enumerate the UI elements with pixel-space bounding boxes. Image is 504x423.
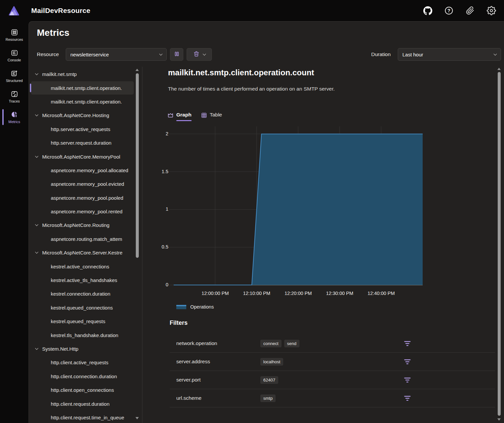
tree-metric-row[interactable]: http.client.request.duration bbox=[29, 397, 142, 410]
tree-metric-row[interactable]: kestrel.queued_requests bbox=[29, 315, 142, 328]
y-axis-tick-label: 1.5 bbox=[162, 169, 168, 174]
header-icons: ? bbox=[423, 6, 504, 15]
tree-metric-row[interactable]: http.client.open_connections bbox=[29, 383, 142, 397]
filter-row: url.schemesmtp bbox=[170, 389, 495, 407]
tree-group-row[interactable]: Microsoft.AspNetCore.Routing bbox=[29, 218, 142, 232]
panel-splitter[interactable] bbox=[142, 67, 143, 423]
tree-group-row[interactable]: System.Net.Http bbox=[29, 342, 142, 356]
tree-metric-row[interactable]: aspnetcore.memory_pool.pooled bbox=[29, 191, 142, 205]
aspire-logo[interactable] bbox=[8, 6, 20, 16]
chevron-down-icon bbox=[494, 52, 497, 55]
tree-scroll-up-arrow[interactable] bbox=[135, 69, 139, 71]
metric-area-chart[interactable]: 00.511.52 12:00:00 PM12:10:00 PM12:20:00… bbox=[174, 126, 423, 285]
main-scroll-up-arrow[interactable] bbox=[497, 68, 501, 70]
legend-label: Operations bbox=[190, 304, 214, 310]
tree-metric-row[interactable]: kestrel.tls_handshake.duration bbox=[29, 328, 142, 342]
chart-legend-item[interactable]: Operations bbox=[176, 304, 214, 310]
remove-metrics-split-button[interactable] bbox=[187, 48, 212, 61]
filter-name: network.operation bbox=[176, 340, 217, 346]
filters-table: network.operationconnectsendserver.addre… bbox=[170, 334, 495, 407]
x-axis-tick-label: 12:00:00 PM bbox=[194, 291, 237, 296]
filter-icon[interactable] bbox=[403, 358, 411, 365]
tree-metric-row[interactable]: http.client.connection.duration bbox=[29, 370, 142, 383]
page-title: Metrics bbox=[37, 28, 69, 38]
main-scrollbar-thumb[interactable] bbox=[498, 72, 501, 416]
tree-metric-row[interactable]: kestrel.queued_connections bbox=[29, 301, 142, 315]
filter-values: connectsend bbox=[260, 340, 299, 347]
chart-plot-area[interactable] bbox=[174, 126, 423, 285]
sidebar-item-label: Console bbox=[8, 58, 21, 62]
filter-name: server.port bbox=[176, 377, 201, 383]
duration-select[interactable]: Last hour bbox=[398, 48, 501, 61]
tree-item-label: mailkit.net.smtp.client.operation. bbox=[51, 99, 122, 105]
tree-metric-row[interactable]: aspnetcore.memory_pool.evicted bbox=[29, 177, 142, 191]
tree-item-label: aspnetcore.memory_pool.evicted bbox=[51, 181, 124, 187]
tree-item-label: kestrel.tls_handshake.duration bbox=[51, 332, 118, 338]
tree-metric-row[interactable]: aspnetcore.memory_pool.rented bbox=[29, 205, 142, 218]
svg-text:?: ? bbox=[448, 8, 451, 13]
y-axis-tick-label: 0.5 bbox=[162, 244, 168, 249]
trash-icon bbox=[193, 50, 200, 59]
tree-item-label: System.Net.Http bbox=[42, 346, 78, 352]
resource-select[interactable]: newsletterservice bbox=[66, 48, 167, 61]
filter-row: server.port62407 bbox=[170, 371, 495, 389]
tab-table[interactable]: Table bbox=[201, 109, 222, 121]
sidebar-item-structured[interactable]: Structured bbox=[0, 66, 29, 86]
view-tabs: GraphTable bbox=[167, 109, 222, 121]
y-axis-tick-label: 0 bbox=[166, 282, 168, 287]
x-axis-tick-label: 12:10:00 PM bbox=[235, 291, 278, 296]
main-scroll-down-arrow[interactable] bbox=[497, 418, 501, 421]
tree-group-row[interactable]: mailkit.net.smtp bbox=[29, 67, 142, 81]
tree-scroll-down-arrow[interactable] bbox=[135, 417, 139, 419]
resources-icon bbox=[11, 29, 18, 36]
tree-scrollbar-thumb[interactable] bbox=[136, 73, 139, 258]
tree-metric-row[interactable]: kestrel.connection.duration bbox=[29, 287, 142, 301]
tree-metric-row[interactable]: http.server.request.duration bbox=[29, 136, 142, 150]
tree-metric-row[interactable]: mailkit.net.smtp.client.operation. bbox=[29, 95, 142, 108]
filter-icon[interactable] bbox=[403, 340, 411, 347]
resource-select-value: newsletterservice bbox=[70, 52, 109, 57]
tab-graph[interactable]: Graph bbox=[167, 109, 192, 121]
filter-icon[interactable] bbox=[403, 377, 411, 383]
chevron-down-icon bbox=[35, 154, 39, 158]
tree-metric-row[interactable]: aspnetcore.memory_pool.allocated bbox=[29, 164, 142, 177]
filter-icon[interactable] bbox=[403, 395, 411, 401]
tree-metric-row[interactable]: http.client.request.time_in_queue bbox=[29, 411, 142, 423]
filter-value-chip: connect bbox=[260, 340, 282, 347]
legend-swatch bbox=[176, 305, 186, 309]
filter-values: smtp bbox=[260, 394, 276, 402]
chevron-down-icon bbox=[35, 347, 39, 350]
chevron-down-icon bbox=[35, 113, 39, 116]
tree-metric-row[interactable]: aspnetcore.routing.match_attem bbox=[29, 232, 142, 246]
tree-item-label: http.client.active_requests bbox=[51, 360, 108, 365]
paperclip-icon[interactable] bbox=[465, 6, 475, 15]
structured-icon bbox=[11, 70, 18, 77]
tree-metric-row[interactable]: mailkit.net.smtp.client.operation. bbox=[29, 81, 142, 95]
sidebar-item-resources[interactable]: Resources bbox=[0, 25, 29, 45]
y-axis-tick-label: 1 bbox=[166, 206, 168, 212]
x-axis-tick-label: 12:20:00 PM bbox=[277, 291, 320, 296]
tree-group-row[interactable]: Microsoft.AspNetCore.MemoryPool bbox=[29, 150, 142, 163]
sidebar-item-label: Metrics bbox=[8, 120, 20, 124]
tree-metric-row[interactable]: kestrel.active_tls_handshakes bbox=[29, 273, 142, 287]
chevron-down-icon bbox=[35, 72, 39, 75]
tree-metric-row[interactable]: http.server.active_requests bbox=[29, 122, 142, 136]
tree-item-label: kestrel.active_tls_handshakes bbox=[51, 277, 117, 283]
metric-description: The number of times a client performed a… bbox=[168, 86, 335, 92]
tree-item-label: kestrel.connection.duration bbox=[51, 291, 110, 297]
tree-item-label: aspnetcore.routing.match_attem bbox=[51, 236, 122, 242]
sidebar-item-console[interactable]: Console bbox=[0, 45, 29, 66]
tree-metric-row[interactable]: http.client.active_requests bbox=[29, 356, 142, 369]
sidebar-item-metrics[interactable]: Metrics bbox=[0, 107, 29, 127]
sidebar-item-traces[interactable]: Traces bbox=[0, 86, 29, 107]
filters-title: Filters bbox=[170, 319, 188, 326]
tree-metric-row[interactable]: kestrel.active_connections bbox=[29, 259, 142, 273]
settings-icon[interactable] bbox=[487, 6, 496, 15]
pause-button[interactable] bbox=[170, 48, 183, 61]
tree-group-row[interactable]: Microsoft.AspNetCore.Hosting bbox=[29, 108, 142, 122]
tree-group-row[interactable]: Microsoft.AspNetCore.Server.Kestre bbox=[29, 246, 142, 259]
metrics-toolbar: Resource newsletterservice Duration Last… bbox=[29, 48, 504, 61]
traces-icon bbox=[11, 90, 18, 98]
github-icon[interactable] bbox=[423, 6, 432, 15]
help-icon[interactable]: ? bbox=[444, 6, 454, 15]
